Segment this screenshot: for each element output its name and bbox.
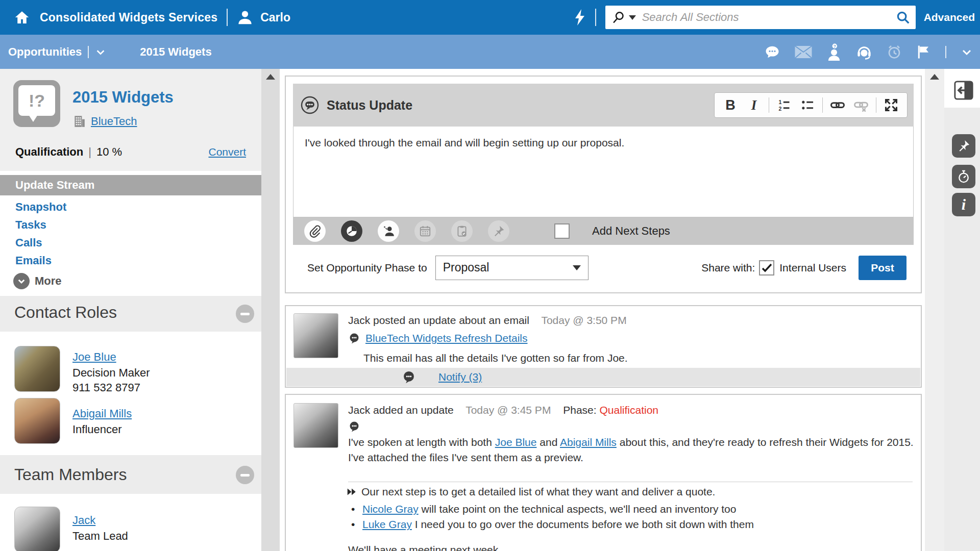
contact-link-abigail-mills[interactable]: Abigail Mills — [72, 407, 132, 420]
sidebar-item-snapshot[interactable]: Snapshot — [15, 201, 66, 214]
lightning-icon[interactable] — [574, 9, 586, 26]
contact-link-joe-blue[interactable]: Joe Blue — [72, 350, 116, 364]
format-toolbar: B I 12 — [714, 92, 908, 118]
member-link-nicole-gray[interactable]: Nicole Gray — [362, 503, 419, 515]
member-link-luke-gray[interactable]: Luke Gray — [362, 518, 412, 530]
sidebar-item-more[interactable]: More — [13, 273, 62, 289]
pushpin-icon[interactable] — [488, 220, 509, 242]
pin-icon[interactable] — [952, 134, 975, 158]
chat-bubble-icon — [402, 370, 416, 384]
contact-link-abigail-mills[interactable]: Abigail Mills — [560, 436, 617, 448]
sidebar-scrollbar[interactable] — [261, 69, 280, 551]
internal-users-label: Internal Users — [779, 262, 846, 274]
avatar-joe-blue[interactable] — [14, 346, 60, 392]
link-icon[interactable] — [826, 95, 849, 115]
search-scope-icon[interactable] — [611, 10, 626, 24]
member-role: Team Lead — [72, 530, 128, 543]
account-link[interactable]: BlueTech — [91, 115, 137, 128]
phase-percent: 10 % — [96, 145, 122, 159]
avatar-jack[interactable] — [14, 507, 60, 551]
module-menu[interactable]: Opportunities — [8, 45, 82, 59]
caret-down-icon[interactable] — [629, 15, 636, 20]
stream-entry-added-update: Jack added an update Today @ 3:45 PM Pha… — [285, 394, 922, 551]
record-header: !? 2015 Widgets BlueTech Qualification |… — [0, 69, 261, 171]
record-title: 2015 Widgets — [72, 88, 174, 107]
calendar-icon[interactable] — [414, 220, 436, 242]
contact-role: Decision Maker — [72, 366, 150, 380]
internal-users-checkbox[interactable] — [759, 260, 774, 276]
search-input[interactable] — [641, 10, 895, 24]
divider — [595, 9, 596, 26]
app-window: Consolidated Widgets Services Carlo Adva… — [0, 0, 980, 551]
user-question-icon[interactable]: ? — [826, 43, 842, 61]
add-next-steps-checkbox[interactable] — [554, 223, 570, 239]
divider — [945, 46, 946, 58]
chevron-down-icon[interactable] — [961, 46, 973, 58]
contact-roles-title: Contact Roles — [14, 303, 117, 322]
status-update-composer: Status Update B I 12 — [285, 76, 922, 293]
entry-footer: Notify (3) — [286, 368, 920, 386]
avatar-jack[interactable] — [293, 313, 338, 358]
module-chevron-down-icon[interactable] — [95, 46, 106, 58]
italic-button[interactable]: I — [742, 95, 766, 115]
top-bar: Consolidated Widgets Services Carlo Adva… — [0, 0, 980, 35]
sidebar-item-tasks[interactable]: Tasks — [15, 218, 46, 232]
phase-select[interactable]: Proposal — [435, 256, 589, 280]
avatar-abigail-mills[interactable] — [14, 398, 60, 444]
entry-body: I've spoken at length with both Joe Blue… — [348, 421, 919, 465]
contact-phone: 911 532 8797 — [72, 381, 140, 394]
post-button[interactable]: Post — [859, 256, 906, 280]
unlink-icon[interactable] — [849, 95, 873, 115]
ordered-list-icon[interactable]: 12 — [772, 95, 796, 115]
status-update-input[interactable]: I've looked through the email and will b… — [293, 127, 914, 217]
record-breadcrumb: 2015 Widgets — [140, 45, 211, 59]
stopwatch-icon[interactable] — [952, 165, 975, 188]
paperclip-icon[interactable] — [304, 220, 326, 242]
scroll-up-icon[interactable] — [930, 74, 939, 80]
contact-link-joe-blue[interactable]: Joe Blue — [495, 436, 537, 448]
search-box — [605, 6, 916, 29]
share-with-label: Share with: — [701, 262, 755, 274]
divider — [348, 482, 913, 482]
divider — [227, 9, 228, 26]
phase-post-row: Set Opportunity Phase to Proposal Share … — [293, 245, 914, 290]
collapse-panel-icon[interactable] — [950, 77, 977, 104]
sidebar-item-calls[interactable]: Calls — [15, 236, 42, 249]
member-link-jack[interactable]: Jack — [72, 514, 95, 527]
alarm-clock-icon[interactable] — [886, 44, 902, 60]
envelope-icon[interactable] — [794, 45, 813, 59]
svg-text:1: 1 — [779, 99, 782, 105]
flag-icon[interactable] — [916, 44, 931, 60]
task-check-icon[interactable] — [451, 220, 473, 242]
caret-down-icon — [573, 265, 581, 270]
email-record-link[interactable]: BlueTech Widgets Refresh Details — [365, 332, 527, 344]
bullet-list-icon[interactable] — [796, 95, 819, 115]
expand-icon[interactable] — [879, 95, 903, 115]
bold-button[interactable]: B — [719, 95, 742, 115]
advanced-search-link[interactable]: Advanced — [924, 11, 975, 23]
clock-icon[interactable] — [341, 220, 362, 242]
contact-roles-section-header: Contact Roles — [0, 296, 261, 332]
mention-person-icon[interactable] — [378, 220, 399, 242]
sidebar-item-emails[interactable]: Emails — [15, 254, 52, 267]
home-icon[interactable] — [14, 10, 30, 25]
module-bar: Opportunities 2015 Widgets ? — [0, 35, 980, 69]
main-scrollbar[interactable] — [925, 69, 944, 551]
scroll-up-icon[interactable] — [266, 74, 275, 80]
sidebar-item-update-stream[interactable]: Update Stream — [0, 175, 261, 195]
entry-timestamp: Today @ 3:50 PM — [541, 314, 626, 326]
entry-phase-label: Phase: — [563, 404, 596, 416]
search-icon[interactable] — [895, 10, 911, 25]
chat-bubble-icon[interactable] — [764, 44, 781, 60]
notify-link[interactable]: Notify (3) — [438, 371, 482, 383]
chevron-down-circle-icon — [13, 273, 30, 289]
collapse-contact-roles-button[interactable] — [236, 305, 254, 323]
user-name[interactable]: Carlo — [260, 11, 290, 24]
avatar-jack[interactable] — [293, 403, 338, 448]
info-icon[interactable]: i — [952, 193, 975, 216]
headset-icon[interactable] — [855, 44, 873, 60]
next-step-row: Our next step is to get a detailed list … — [346, 486, 715, 498]
collapse-team-members-button[interactable] — [236, 466, 254, 484]
convert-link[interactable]: Convert — [208, 146, 246, 158]
user-icon[interactable] — [237, 9, 253, 26]
